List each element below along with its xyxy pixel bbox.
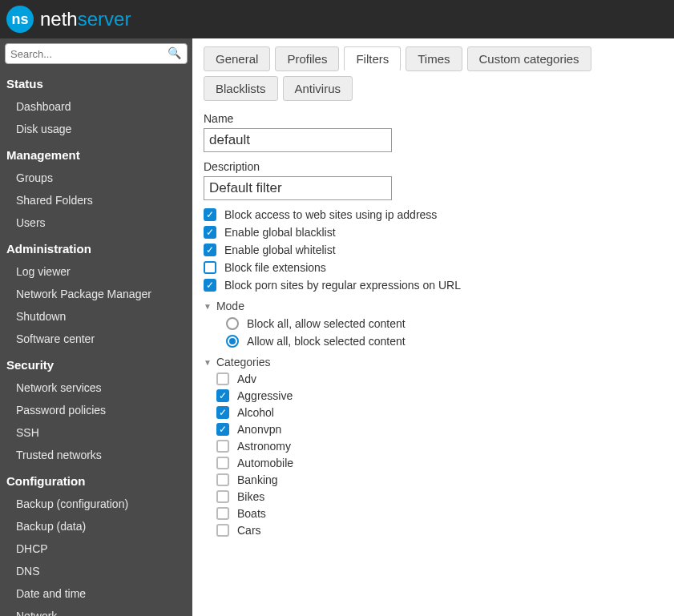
checkbox-row: Enable global blacklist bbox=[204, 226, 663, 239]
category-label: Adv bbox=[237, 372, 256, 385]
sidebar-item[interactable]: Dashboard bbox=[0, 95, 192, 118]
nav-section-title: Administration bbox=[0, 234, 192, 260]
tab-general[interactable]: General bbox=[204, 46, 270, 71]
description-input[interactable] bbox=[204, 176, 392, 200]
sidebar: 🔍 StatusDashboardDisk usageManagementGro… bbox=[0, 38, 192, 616]
sidebar-item[interactable]: Network services bbox=[0, 376, 192, 399]
mode-label: Mode bbox=[216, 300, 244, 312]
sidebar-item[interactable]: Shared Folders bbox=[0, 189, 192, 211]
field-name: Name bbox=[204, 112, 663, 152]
category-label: Automobile bbox=[237, 457, 293, 469]
sidebar-item[interactable]: Network bbox=[0, 605, 192, 616]
radio[interactable] bbox=[226, 335, 239, 348]
checkbox-label: Enable global blacklist bbox=[224, 226, 336, 239]
name-input[interactable] bbox=[204, 128, 392, 152]
content-area: GeneralProfilesFiltersTimesCustom catego… bbox=[192, 38, 674, 616]
tab-antivirus[interactable]: Antivirus bbox=[283, 76, 353, 101]
category-checkbox[interactable] bbox=[216, 423, 229, 436]
brand-text: nethserver bbox=[40, 8, 131, 30]
sidebar-item[interactable]: Trusted networks bbox=[0, 444, 192, 466]
category-checkbox[interactable] bbox=[216, 372, 229, 385]
tab-profiles[interactable]: Profiles bbox=[275, 46, 339, 71]
category-checkbox[interactable] bbox=[216, 490, 229, 503]
categories-label: Categories bbox=[216, 356, 271, 368]
checkbox-row: Block access to web sites using ip addre… bbox=[204, 208, 663, 221]
top-bar: ns nethserver bbox=[0, 0, 674, 38]
category-row: Aggressive bbox=[216, 389, 663, 402]
checkbox-label: Block porn sites by regular expressions … bbox=[224, 279, 461, 292]
sidebar-item[interactable]: Backup (configuration) bbox=[0, 493, 192, 515]
category-checkbox[interactable] bbox=[216, 406, 229, 419]
sidebar-item[interactable]: Network Package Manager bbox=[0, 283, 192, 305]
sidebar-item[interactable]: Groups bbox=[0, 167, 192, 189]
checkbox[interactable] bbox=[204, 244, 216, 256]
category-checkbox[interactable] bbox=[216, 457, 229, 469]
radio-label: Block all, allow selected content bbox=[247, 317, 406, 330]
category-row: Automobile bbox=[216, 457, 663, 469]
radio-label: Allow all, block selected content bbox=[247, 335, 406, 348]
nav-section-title: Configuration bbox=[0, 466, 192, 493]
nav-section-title: Management bbox=[0, 140, 192, 167]
category-label: Astronomy bbox=[237, 440, 291, 453]
checkbox-label: Block access to web sites using ip addre… bbox=[224, 208, 437, 221]
description-label: Description bbox=[204, 160, 663, 173]
sidebar-item[interactable]: Date and time bbox=[0, 582, 192, 605]
checkbox-label: Block file extensions bbox=[224, 261, 326, 274]
sidebar-item[interactable]: Shutdown bbox=[0, 305, 192, 328]
main-layout: 🔍 StatusDashboardDisk usageManagementGro… bbox=[0, 38, 674, 616]
name-label: Name bbox=[204, 112, 663, 125]
chevron-down-icon: ▼ bbox=[204, 358, 212, 367]
category-label: Aggressive bbox=[237, 389, 293, 402]
checkbox[interactable] bbox=[204, 226, 216, 239]
category-checkbox[interactable] bbox=[216, 440, 229, 453]
sidebar-item[interactable]: SSH bbox=[0, 421, 192, 444]
category-row: Boats bbox=[216, 507, 663, 520]
sidebar-item[interactable]: DHCP bbox=[0, 537, 192, 560]
checkbox-row: Enable global whitelist bbox=[204, 244, 663, 256]
sidebar-item[interactable]: Users bbox=[0, 211, 192, 234]
sidebar-item[interactable]: Disk usage bbox=[0, 118, 192, 140]
sidebar-item[interactable]: Log viewer bbox=[0, 260, 192, 283]
category-row: Bikes bbox=[216, 490, 663, 503]
checkbox[interactable] bbox=[204, 279, 216, 292]
category-label: Alcohol bbox=[237, 406, 274, 419]
category-row: Astronomy bbox=[216, 440, 663, 453]
tab-times[interactable]: Times bbox=[406, 46, 462, 71]
brand-logo[interactable]: ns nethserver bbox=[6, 6, 131, 33]
mode-group-header[interactable]: ▼ Mode bbox=[204, 300, 663, 312]
brand-neth: neth bbox=[40, 8, 78, 30]
checkbox[interactable] bbox=[204, 208, 216, 221]
brand-icon: ns bbox=[6, 6, 34, 33]
category-label: Anonvpn bbox=[237, 423, 281, 436]
checkbox[interactable] bbox=[204, 261, 216, 274]
nav-section-title: Status bbox=[0, 69, 192, 95]
sidebar-item[interactable]: Software center bbox=[0, 328, 192, 350]
tab-custom-categories[interactable]: Custom categories bbox=[467, 46, 591, 71]
categories-group-header[interactable]: ▼ Categories bbox=[204, 356, 663, 368]
radio-row: Block all, allow selected content bbox=[226, 317, 663, 330]
sidebar-item[interactable]: Backup (data) bbox=[0, 515, 192, 537]
radio-row: Allow all, block selected content bbox=[226, 335, 663, 348]
category-checkbox[interactable] bbox=[216, 507, 229, 520]
search-input[interactable] bbox=[5, 43, 188, 64]
radio[interactable] bbox=[226, 317, 239, 330]
category-label: Banking bbox=[237, 473, 278, 486]
checkbox-row: Block file extensions bbox=[204, 261, 663, 274]
tab-blacklists[interactable]: Blacklists bbox=[204, 76, 278, 101]
category-checkbox[interactable] bbox=[216, 473, 229, 486]
search-icon[interactable]: 🔍 bbox=[167, 46, 181, 59]
category-checkbox[interactable] bbox=[216, 389, 229, 402]
tabs-bar: GeneralProfilesFiltersTimesCustom catego… bbox=[204, 46, 663, 101]
category-row: Banking bbox=[216, 473, 663, 486]
category-row: Anonvpn bbox=[216, 423, 663, 436]
tab-filters[interactable]: Filters bbox=[344, 46, 401, 71]
field-description: Description bbox=[204, 160, 663, 200]
category-checkbox[interactable] bbox=[216, 524, 229, 537]
search-box: 🔍 bbox=[5, 43, 188, 64]
sidebar-item[interactable]: Password policies bbox=[0, 399, 192, 421]
category-label: Cars bbox=[237, 524, 261, 537]
checkbox-label: Enable global whitelist bbox=[224, 244, 336, 256]
sidebar-item[interactable]: DNS bbox=[0, 560, 192, 582]
category-row: Alcohol bbox=[216, 406, 663, 419]
category-row: Cars bbox=[216, 524, 663, 537]
